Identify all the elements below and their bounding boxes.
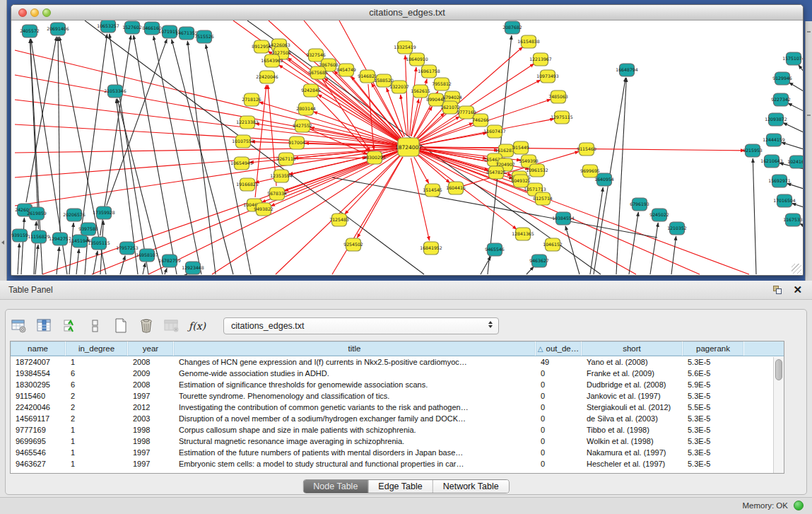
graph-node[interactable]: 12975115 [551, 111, 573, 124]
graph-node[interactable]: 12942757 [49, 233, 71, 245]
table-row[interactable]: 969969511998Structural magnetic resonanc… [11, 436, 772, 448]
table-row[interactable]: 946362711997Embryonic stem cells: a mode… [11, 459, 772, 470]
float-panel-icon[interactable] [773, 286, 782, 295]
table-options-icon[interactable] [10, 317, 28, 335]
function-builder-icon[interactable]: ƒ(x) [188, 317, 206, 335]
column-header-title[interactable]: title [174, 341, 536, 356]
delete-rows-icon[interactable] [137, 317, 155, 335]
graph-node[interactable]: 2718126 [242, 93, 261, 106]
table-select-dropdown[interactable]: citations_edges.txt [223, 317, 499, 334]
graph-node[interactable]: 9215953 [743, 144, 763, 157]
graph-node[interactable]: 1514545 [423, 184, 442, 197]
graph-node[interactable]: 16782759 [158, 255, 181, 267]
column-header-short[interactable]: short [582, 341, 683, 356]
graph-node[interactable]: 17016504 [773, 194, 796, 207]
table-row[interactable]: 1872400712008Changes of HCN gene express… [11, 357, 772, 368]
graph-node[interactable]: 10654945 [230, 157, 253, 170]
graph-node[interactable]: 1604416 [446, 182, 466, 194]
graph-node[interactable]: 9397588 [78, 223, 98, 235]
graph-node[interactable]: 6796193 [630, 198, 649, 211]
select-rows-icon[interactable] [61, 317, 79, 335]
table-row[interactable]: 1938455462009Genome-wide association stu… [11, 368, 772, 380]
graph-node[interactable]: 2405572 [20, 25, 40, 37]
graph-node[interactable]: 7485063 [548, 90, 568, 103]
window-resize-grip[interactable] [792, 264, 801, 274]
graph-node[interactable]: 8547825 [486, 166, 506, 179]
graph-node[interactable]: 9267110 [276, 153, 296, 165]
graph-node[interactable]: 9242845 [301, 84, 321, 97]
graph-node[interactable]: 13325419 [394, 41, 416, 54]
graph-node[interactable]: 1167533 [783, 214, 803, 226]
graph-node[interactable]: 8454749 [336, 64, 356, 76]
graph-node[interactable]: 18640910 [406, 53, 428, 66]
graph-node[interactable]: 22420046 [256, 71, 278, 83]
graph-node[interactable]: 20206576 [63, 209, 86, 221]
table-row[interactable]: 946554611997Estimation of the future num… [11, 448, 772, 459]
graph-node[interactable]: 20691406 [47, 23, 69, 35]
table-row[interactable]: 1456911722003Disruption of a novel membe… [11, 414, 772, 425]
graph-node[interactable]: 9227342 [771, 93, 791, 106]
collapse-left-icon[interactable] [1, 240, 4, 245]
graph-node[interactable]: 9463627 [529, 255, 549, 267]
graph-node[interactable]: 917004 [288, 136, 305, 149]
new-table-icon[interactable] [112, 317, 130, 335]
graph-node[interactable]: 10653257 [97, 21, 119, 33]
graph-node[interactable]: 12093872 [765, 113, 787, 126]
graph-node[interactable]: 15692971 [768, 175, 791, 187]
graph-node[interactable]: 12841365 [512, 228, 534, 240]
graph-node[interactable]: 5678334 [267, 187, 287, 200]
graph-node[interactable]: 2619859 [27, 207, 47, 220]
graph-node[interactable]: 16841952 [420, 242, 442, 255]
graph-node[interactable]: 7125483 [329, 214, 349, 226]
network-canvas[interactable]: 2405572206914061065325715276028466160107… [11, 21, 803, 275]
graph-node[interactable]: 10973493 [536, 70, 559, 83]
show-columns-icon[interactable] [35, 317, 54, 335]
graph-node[interactable]: 1046152 [543, 238, 563, 251]
graph-node[interactable]: 9245022 [649, 209, 669, 221]
tab-node-table[interactable]: Node Table [303, 480, 368, 493]
graph-node[interactable]: 19384554 [552, 212, 575, 225]
graph-node[interactable]: 12213967 [529, 53, 552, 66]
graph-node[interactable]: 9465546 [485, 243, 505, 256]
graph-node[interactable]: 18724007 [395, 138, 422, 156]
column-header-year[interactable]: year [128, 341, 174, 356]
graph-node[interactable]: 7515526 [194, 30, 214, 43]
graph-node[interactable]: 11156829 [28, 230, 50, 243]
graph-node[interactable]: 9493822 [254, 203, 273, 216]
graph-node[interactable]: 13505115 [88, 237, 110, 250]
graph-node[interactable]: 16154838 [517, 35, 540, 48]
table-scrollbar[interactable] [773, 357, 784, 473]
graph-node[interactable]: 16958107 [136, 249, 158, 262]
graph-node[interactable]: 9699695 [580, 165, 600, 177]
graph-node[interactable]: 5675685 [308, 66, 328, 79]
graph-node[interactable]: 9254502 [343, 238, 363, 251]
tab-network-table[interactable]: Network Table [433, 480, 509, 493]
table-row[interactable]: 1830029562008Estimation of significance … [11, 380, 772, 391]
graph-node[interactable]: 17359928 [93, 206, 115, 219]
graph-node[interactable]: 15751074 [782, 52, 803, 65]
graph-node[interactable]: 12444159 [763, 134, 785, 146]
column-header-name[interactable]: name [11, 341, 66, 356]
tab-edge-table[interactable]: Edge Table [368, 480, 433, 493]
graph-node[interactable]: 746266 [472, 114, 489, 127]
graph-node[interactable]: 7955812 [432, 78, 452, 90]
graph-node[interactable]: 939159 [11, 229, 28, 242]
graph-node[interactable]: 1024160 [787, 156, 803, 168]
graph-node[interactable]: 16961758 [418, 65, 440, 78]
graph-node[interactable]: 2087682 [502, 21, 522, 34]
close-panel-icon[interactable]: ✕ [793, 284, 802, 296]
column-header-out_de[interactable]: △out_de… [536, 341, 582, 356]
graph-node[interactable]: 12353594 [270, 170, 293, 182]
table-row[interactable]: 2242004622012Investigating the contribut… [11, 402, 772, 414]
graph-node[interactable]: 8427552 [293, 119, 312, 132]
left-panel-divider[interactable] [0, 0, 7, 281]
right-panel-divider[interactable] [805, 21, 812, 281]
graph-node[interactable]: 915449 [512, 141, 529, 154]
selection-mode-icon[interactable] [86, 317, 105, 335]
graph-node[interactable]: 19166825 [236, 178, 259, 191]
graph-node[interactable]: 8125714 [533, 192, 553, 205]
graph-node[interactable]: 16648794 [616, 64, 638, 76]
column-header-pagerank[interactable]: pagerank [683, 341, 744, 356]
graph-node[interactable]: 9115460 [577, 143, 596, 156]
column-header-in_degree[interactable]: in_degree [66, 341, 128, 356]
